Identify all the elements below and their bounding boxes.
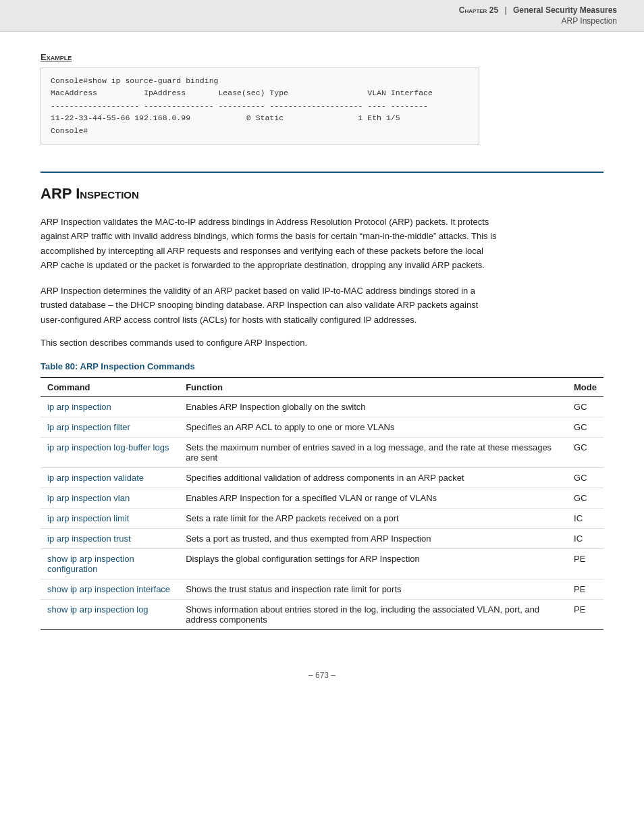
table-cell-mode: GC [567, 397, 603, 417]
title-small: Inspection [76, 185, 139, 202]
table-cell-function: Specifies additional validation of addre… [179, 468, 567, 488]
table-row: ip arp inspection log-buffer logsSets th… [41, 438, 603, 468]
section-intro: This section describes commands used to … [41, 338, 603, 348]
page-number: – 673 – [308, 671, 336, 680]
code-line-2: MacAddress IpAddress Lease(sec) Type VLA… [51, 87, 469, 99]
arp-inspection-section: ARP Inspection ARP Inspection validates … [41, 172, 603, 630]
header-pipe: | [504, 5, 506, 15]
table-cell-command[interactable]: show ip arp inspection interface [41, 579, 179, 600]
table-row: ip arp inspection validateSpecifies addi… [41, 468, 603, 488]
table-cell-mode: GC [567, 417, 603, 438]
table-cell-function: Shows the trust status and inspection ra… [179, 579, 567, 600]
table-header-row: Command Function Mode [41, 377, 603, 397]
code-line-4: 11-22-33-44-55-66 192.168.0.99 0 Static … [51, 112, 469, 124]
table-cell-function: Shows information about entries stored i… [179, 600, 567, 630]
table-cell-function: Specifies an ARP ACL to apply to one or … [179, 417, 567, 438]
table-cell-command[interactable]: ip arp inspection validate [41, 468, 179, 488]
table-cell-function: Sets the maximum number of entries saved… [179, 438, 567, 468]
table-cell-command[interactable]: ip arp inspection limit [41, 509, 179, 529]
header-sub-section: ARP Inspection [0, 16, 617, 26]
code-line-5: Console# [51, 125, 469, 137]
table-row: ip arp inspection limitSets a rate limit… [41, 509, 603, 529]
table-cell-command[interactable]: ip arp inspection filter [41, 417, 179, 438]
table-cell-command[interactable]: show ip arp inspection configuration [41, 549, 179, 579]
arp-paragraph-1: ARP Inspection validates the MAC-to-IP a… [41, 215, 500, 273]
code-box: Console#show ip source-guard binding Mac… [41, 68, 479, 145]
table-cell-mode: IC [567, 509, 603, 529]
table-row: show ip arp inspection logShows informat… [41, 600, 603, 630]
table-cell-mode: GC [567, 438, 603, 468]
table-cell-function: Enables ARP Inspection globally on the s… [179, 397, 567, 417]
table-cell-mode: GC [567, 468, 603, 488]
code-line-1: Console#show ip source-guard binding [51, 75, 469, 87]
table-cell-mode: GC [567, 488, 603, 509]
code-line-3: ------------------- --------------- ----… [51, 100, 469, 112]
page-header: Chapter 25 | General Security Measures A… [0, 0, 644, 32]
arp-paragraph-2: ARP Inspection determines the validity o… [41, 284, 500, 327]
example-label: Example [41, 52, 603, 62]
header-section-title: General Security Measures [513, 5, 617, 15]
table-cell-function: Enables ARP Inspection for a specified V… [179, 488, 567, 509]
table-cell-command[interactable]: ip arp inspection trust [41, 529, 179, 549]
table-title: Table 80: ARP Inspection Commands [41, 361, 603, 371]
table-cell-function: Sets a port as trusted, and thus exempte… [179, 529, 567, 549]
table-cell-command[interactable]: ip arp inspection [41, 397, 179, 417]
table-cell-command[interactable]: ip arp inspection log-buffer logs [41, 438, 179, 468]
table-cell-mode: PE [567, 579, 603, 600]
col-header-mode: Mode [567, 377, 603, 397]
col-header-function: Function [179, 377, 567, 397]
main-content: Example Console#show ip source-guard bin… [0, 32, 644, 657]
table-row: show ip arp inspection interfaceShows th… [41, 579, 603, 600]
table-cell-mode: PE [567, 600, 603, 630]
table-cell-mode: IC [567, 529, 603, 549]
table-row: ip arp inspectionEnables ARP Inspection … [41, 397, 603, 417]
chapter-label: Chapter 25 [459, 5, 501, 15]
col-header-command: Command [41, 377, 179, 397]
arp-inspection-title: ARP Inspection [41, 185, 603, 203]
table-row: ip arp inspection filterSpecifies an ARP… [41, 417, 603, 438]
table-cell-command[interactable]: show ip arp inspection log [41, 600, 179, 630]
table-row: ip arp inspection vlanEnables ARP Inspec… [41, 488, 603, 509]
table-cell-function: Sets a rate limit for the ARP packets re… [179, 509, 567, 529]
table-row: ip arp inspection trustSets a port as tr… [41, 529, 603, 549]
page-footer: – 673 – [0, 657, 644, 687]
example-section: Example Console#show ip source-guard bin… [41, 52, 603, 145]
title-main: ARP [41, 185, 76, 202]
table-cell-function: Displays the global configuration settin… [179, 549, 567, 579]
arp-commands-table: Command Function Mode ip arp inspectionE… [41, 377, 603, 630]
table-cell-mode: PE [567, 549, 603, 579]
table-row: show ip arp inspection configurationDisp… [41, 549, 603, 579]
table-cell-command[interactable]: ip arp inspection vlan [41, 488, 179, 509]
